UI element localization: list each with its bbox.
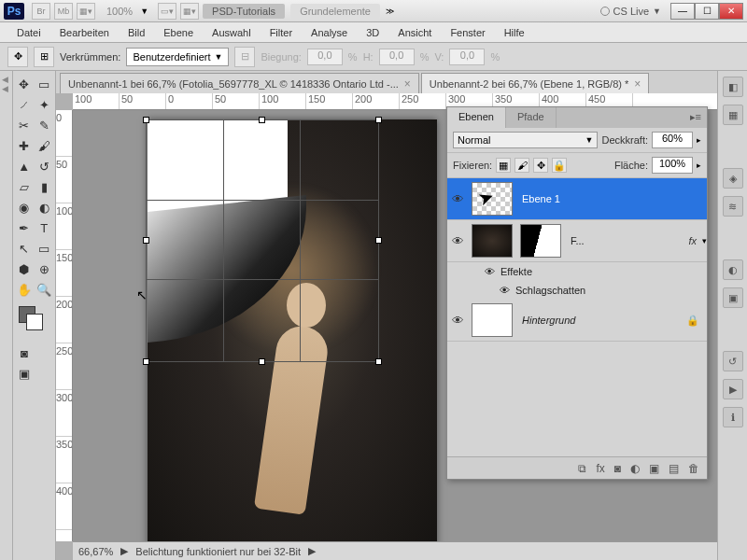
lock-position-icon[interactable]: ✥ [533,158,548,173]
eye-icon[interactable]: 👁 [485,266,495,277]
hand-tool[interactable]: ✋ [15,280,34,299]
marquee-tool[interactable]: ▭ [35,75,54,93]
menu-fenster[interactable]: Fenster [441,24,494,41]
layer-effect-item[interactable]: 👁 Schlagschatten [447,281,707,300]
maximize-button[interactable]: ☐ [695,3,719,20]
type-tool[interactable]: T [35,218,54,237]
wand-tool[interactable]: ✦ [35,95,54,114]
brush-tool[interactable]: 🖌 [35,136,54,155]
color-swatches[interactable] [19,306,53,334]
lasso-tool[interactable]: ⟋ [15,95,34,114]
menu-hilfe[interactable]: Hilfe [495,24,534,41]
layer-thumbnail[interactable]: ➤ [472,182,513,216]
menu-ebene[interactable]: Ebene [154,24,203,41]
layers-panel[interactable]: Ebenen Pfade ▸≡ Normal ▼ Deckkraft: 60% … [446,106,708,480]
new-layer-icon[interactable]: ▤ [669,462,679,475]
layer-thumbnail[interactable] [472,303,513,337]
screen-mode-button[interactable]: ▦▾ [77,3,95,20]
layer-effects-header[interactable]: 👁 Effekte [447,262,707,281]
menu-datei[interactable]: Datei [7,24,50,41]
chevron-down-icon[interactable]: ▼ [140,7,148,16]
3d-tool[interactable]: ⬢ [15,259,34,278]
adjustments-panel-icon[interactable]: ◐ [723,259,743,280]
camera-tool[interactable]: ⊕ [35,259,54,278]
lock-pixels-icon[interactable]: 🖌 [514,158,529,173]
layer-row[interactable]: 👁 Hintergrund 🔒 [447,300,707,342]
path-select-tool[interactable]: ↖ [15,239,34,258]
lock-transparent-icon[interactable]: ▦ [496,158,511,173]
stamp-tool[interactable]: ▲ [15,157,34,175]
move-tool[interactable]: ✥ [15,75,34,93]
blend-mode-select[interactable]: Normal ▼ [453,132,598,148]
view-extras-button[interactable]: ▭▾ [158,3,176,20]
transform-handle[interactable] [143,117,149,123]
minibridge-button[interactable]: Mb [54,3,73,20]
actions-panel-icon[interactable]: ▶ [723,379,743,399]
eyedropper-tool[interactable]: ✎ [35,116,54,134]
arrange-docs-button[interactable]: ▦▾ [180,3,199,20]
layer-row[interactable]: 👁 F... fx ▾ [447,220,707,262]
channels-panel-icon[interactable]: ≋ [723,196,743,217]
cslive-button[interactable]: CS Live ▼ [600,6,661,17]
history-brush-tool[interactable]: ↺ [35,157,54,175]
zoom-tool[interactable]: 🔍 [35,280,54,299]
layer-mask-icon[interactable]: ◙ [614,462,621,475]
screenmode-tool[interactable]: ▣ [15,364,34,383]
panel-tab-pfade[interactable]: Pfade [506,107,557,128]
warp-transform-box[interactable] [146,119,379,362]
menu-bild[interactable]: Bild [119,24,154,41]
menu-filter[interactable]: Filter [261,24,302,41]
menu-analyse[interactable]: Analyse [302,24,357,41]
layer-fx-icon[interactable]: fx [596,462,604,475]
layer-name[interactable]: Hintergrund [516,315,686,326]
document-tab[interactable]: Unbenannt-1 bei 66,7% (Fotolia_5697778_X… [60,73,419,93]
layers-panel-icon[interactable]: ◈ [723,168,743,189]
warp-style-select[interactable]: Benutzerdefiniert ▼ [126,48,229,66]
lock-all-icon[interactable]: 🔒 [552,158,567,173]
minimize-button[interactable]: — [670,3,695,20]
transform-handle[interactable] [259,358,265,365]
transform-handle[interactable] [375,237,382,244]
opacity-flyout-icon[interactable]: ▸ [697,135,701,145]
fx-expand-icon[interactable]: ▾ [702,236,707,245]
visibility-toggle[interactable]: 👁 [447,192,468,206]
zoom-status[interactable]: 66,67% [78,546,113,557]
swatches-panel-icon[interactable]: ▦ [723,105,743,125]
adjustment-layer-icon[interactable]: ◐ [630,462,640,475]
heal-tool[interactable]: ✚ [15,136,34,155]
panel-flyout-icon[interactable]: ▸≡ [684,107,707,128]
background-swatch[interactable] [26,314,43,330]
fx-badge[interactable]: fx [683,235,702,246]
layer-name[interactable]: Ebene 1 [516,193,707,204]
layer-name[interactable]: F... [565,235,683,246]
link-layers-icon[interactable]: ⧉ [578,462,586,475]
layer-group-icon[interactable]: ▣ [649,462,659,475]
transform-handle[interactable] [375,117,382,123]
close-icon[interactable]: × [404,77,411,91]
crop-tool[interactable]: ✂ [15,116,34,134]
shape-tool[interactable]: ▭ [35,239,54,258]
layer-mask-thumbnail[interactable] [520,224,561,258]
menu-bearbeiten[interactable]: Bearbeiten [50,24,119,41]
delete-layer-icon[interactable]: 🗑 [688,462,699,475]
eraser-tool[interactable]: ▱ [15,177,34,196]
dodge-tool[interactable]: ◐ [35,198,54,217]
visibility-toggle[interactable]: 👁 [447,314,468,328]
layer-row[interactable]: 👁 ➤ Ebene 1 [447,178,707,220]
styles-panel-icon[interactable]: ▣ [723,287,743,308]
document-tab[interactable]: Unbenannt-2 bei 66,7% (Ebene 1, RGB/8) *… [421,73,649,93]
quickmask-tool[interactable]: ◙ [15,343,34,362]
history-panel-icon[interactable]: ↺ [723,351,743,371]
close-icon[interactable]: × [634,77,641,91]
visibility-toggle[interactable]: 👁 [447,234,468,248]
tool-preset-icon[interactable]: ✥ [7,47,28,67]
transform-handle[interactable] [143,358,149,365]
gradient-tool[interactable]: ▮ [35,177,54,196]
menu-ansicht[interactable]: Ansicht [388,24,441,41]
color-panel-icon[interactable]: ◧ [723,77,743,97]
ruler-vertical[interactable]: 050100150200250300350400 [56,110,73,541]
transform-handle[interactable] [375,358,382,365]
workspace-more-icon[interactable]: ≫ [386,7,394,16]
pen-tool[interactable]: ✒ [15,218,34,237]
transform-handle[interactable] [143,237,149,244]
